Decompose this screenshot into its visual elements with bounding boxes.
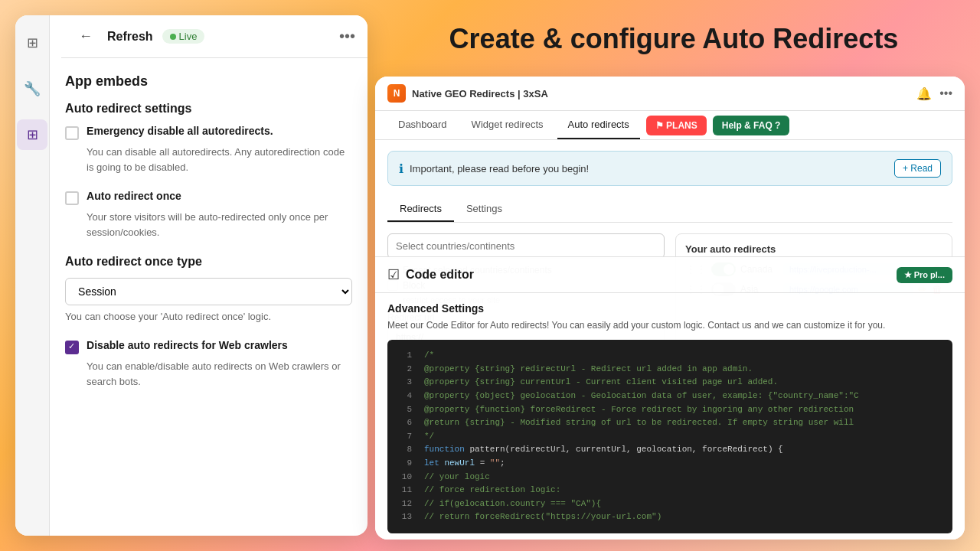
code-line-8: 8 function pattern(redirectUrl, currentU… [397, 443, 943, 457]
countries-input[interactable] [387, 233, 665, 259]
bell-icon[interactable]: 🔔 [916, 86, 932, 101]
code-line-2: 2 @property {string} redirectUrl - Redir… [397, 363, 943, 377]
code-block: 1 /* 2 @property {string} redirectUrl - … [387, 340, 952, 533]
once-type-desc: You can choose your 'Auto redirect once'… [65, 310, 352, 324]
right-panel: N Native GEO Redirects | 3xSA 🔔 ••• Dash… [375, 77, 965, 540]
once-checkbox[interactable] [65, 191, 79, 205]
code-editor-overlay: ☑ Code editor ★ Pro pl... Advanced Setti… [375, 256, 965, 534]
crawlers-checkbox[interactable] [65, 341, 79, 354]
read-button[interactable]: + Read [894, 159, 941, 178]
app-embeds-title: App embeds [65, 73, 352, 90]
sub-tab-redirects[interactable]: Redirects [387, 197, 454, 222]
code-line-1: 1 /* [397, 349, 943, 363]
info-banner: ℹ Important, please read before you begi… [387, 151, 952, 186]
hero-title: Create & configure Auto Redirects [383, 23, 965, 55]
once-setting: Auto redirect once Your store visitors w… [65, 190, 352, 240]
advanced-desc: Meet our Code Editor for Auto redirects!… [387, 319, 952, 332]
app-logo: N [387, 84, 406, 103]
app-content: ℹ Important, please read before you begi… [375, 140, 965, 534]
tab-widget-redirects[interactable]: Widget redirects [461, 111, 554, 139]
more-options-icon[interactable]: ••• [939, 86, 952, 100]
app-nav: Dashboard Widget redirects Auto redirect… [375, 111, 965, 140]
info-text: Important, please read before you begin! [410, 163, 589, 174]
app-name: Native GEO Redirects | 3xSA [412, 88, 548, 99]
settings-content: App embeds Auto redirect settings Emerge… [50, 58, 368, 536]
emergency-setting: Emergency disable all autoredirects. You… [65, 125, 352, 174]
panel-title: Refresh [107, 30, 153, 44]
crawlers-desc: You can enable/disable auto redirects on… [87, 359, 352, 389]
plans-button[interactable]: ⚑ PLANS [646, 116, 707, 135]
once-type-setting: Auto redirect once type Session Cookie Y… [65, 255, 352, 324]
code-line-11: 11 // force redirection logic: [397, 484, 943, 497]
live-badge: Live [162, 29, 205, 44]
auto-redirect-settings-title: Auto redirect settings [65, 102, 352, 116]
emergency-desc: You can disable all autoredirects. Any a… [87, 145, 352, 174]
top-bar: ← Refresh Live ••• [61, 15, 368, 58]
code-line-5: 5 @property {function} forceRedirect - F… [397, 403, 943, 417]
emergency-checkbox[interactable] [65, 126, 79, 140]
code-line-3: 3 @property {string} currentUrl - Curren… [397, 376, 943, 390]
code-line-10: 10 // your logic [397, 471, 943, 484]
live-label: Live [179, 31, 198, 42]
code-line-13: 13 // return forceRedirect("https://your… [397, 510, 943, 524]
code-line-12: 12 // if(gelocation.country === "CA"){ [397, 497, 943, 511]
app-top-right: 🔔 ••• [916, 86, 952, 101]
apps-icon[interactable]: ⊞ [17, 119, 47, 150]
once-type-select[interactable]: Session Cookie [65, 278, 352, 305]
code-line-4: 4 @property {object} geolocation - Geolo… [397, 390, 943, 403]
once-type-label: Auto redirect once type [65, 255, 352, 269]
info-icon: ℹ [399, 161, 403, 176]
pro-badge[interactable]: ★ Pro pl... [897, 267, 952, 283]
code-line-9: 9 let newUrl = ""; [397, 457, 943, 471]
advanced-settings: Advanced Settings Meet our Code Editor f… [375, 293, 965, 534]
help-button[interactable]: Help & FAQ ? [713, 116, 790, 135]
app-logo-text: N [394, 88, 400, 99]
code-editor-check-icon: ☑ [387, 266, 400, 283]
app-top-bar: N Native GEO Redirects | 3xSA 🔔 ••• [375, 77, 965, 111]
icon-sidebar: ⊞ 🔧 ⊞ [15, 15, 50, 536]
code-line-7: 7 */ [397, 430, 943, 444]
code-editor-title: Code editor [406, 268, 474, 282]
tab-dashboard[interactable]: Dashboard [387, 111, 458, 139]
sub-tabs: Redirects Settings [387, 197, 952, 223]
tab-auto-redirects[interactable]: Auto redirects [557, 111, 640, 139]
left-panel: ⊞ 🔧 ⊞ ← Refresh Live ••• App embeds Auto… [15, 15, 368, 536]
emergency-label: Emergency disable all autoredirects. [87, 125, 273, 137]
once-desc: Your store visitors will be auto-redirec… [87, 210, 352, 240]
back-button[interactable]: ← [74, 24, 98, 49]
crawlers-setting: Disable auto redirects for Web crawlers … [65, 339, 352, 389]
live-dot [170, 34, 176, 40]
code-editor-header: ☑ Code editor ★ Pro pl... [375, 257, 965, 293]
once-label: Auto redirect once [87, 190, 181, 202]
code-line-6: 6 @return {string} - Modified string of … [397, 416, 943, 430]
advanced-title: Advanced Settings [387, 302, 952, 315]
more-button[interactable]: ••• [339, 28, 355, 45]
crawlers-label: Disable auto redirects for Web crawlers [87, 339, 288, 351]
your-redirects-title: Your auto redirects [685, 243, 942, 255]
tools-icon[interactable]: 🔧 [17, 73, 47, 104]
grid-icon[interactable]: ⊞ [17, 28, 47, 58]
sub-tab-settings[interactable]: Settings [454, 197, 514, 222]
